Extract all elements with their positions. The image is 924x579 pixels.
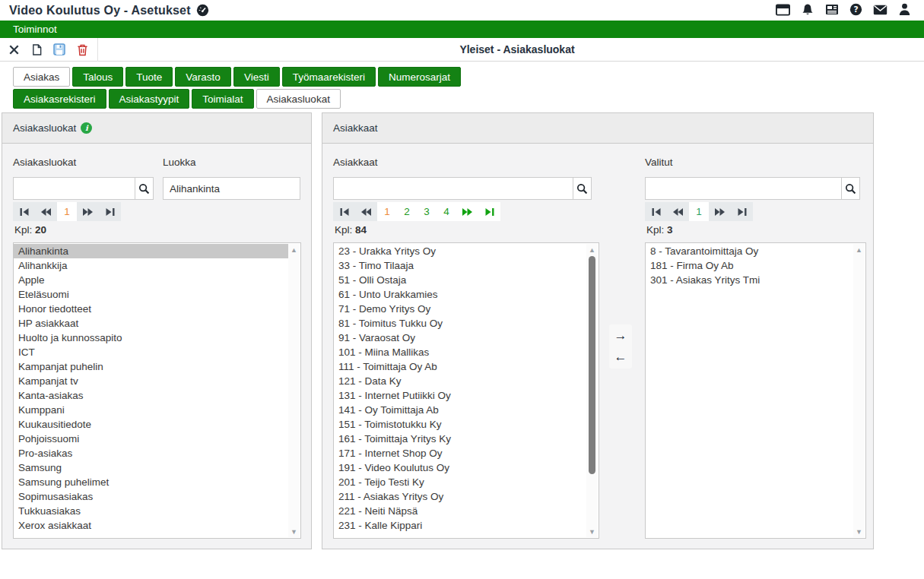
move-left-button[interactable]: ← <box>609 347 632 367</box>
first-page-icon[interactable] <box>13 202 35 221</box>
close-icon[interactable] <box>3 40 24 59</box>
list-item[interactable]: 181 - Firma Oy Ab <box>646 258 853 273</box>
list-item[interactable]: Kampanjat puhelin <box>14 359 288 374</box>
tab[interactable]: Numerosarjat <box>378 67 461 87</box>
move-right-button[interactable]: → <box>609 326 632 346</box>
list-item[interactable]: Apple <box>14 273 288 287</box>
scroll-up-icon[interactable]: ▲ <box>288 244 300 255</box>
list-item[interactable]: HP asiakkaat <box>14 316 288 331</box>
first-page-icon[interactable] <box>645 202 667 221</box>
list-item[interactable]: 23 - Urakka Yritys Oy <box>334 244 586 258</box>
tab[interactable]: Asiakastyypit <box>109 89 190 109</box>
first-page-icon[interactable] <box>333 202 355 221</box>
menu-toiminnot[interactable]: Toiminnot <box>13 24 57 35</box>
page-number[interactable]: 3 <box>417 202 437 221</box>
list-item[interactable]: Kuukausitiedote <box>14 417 288 432</box>
list-item[interactable]: 121 - Data Ky <box>334 374 586 388</box>
save-icon[interactable] <box>49 40 70 59</box>
delete-icon[interactable] <box>71 40 93 59</box>
help-icon[interactable]: ? <box>849 2 863 17</box>
tab[interactable]: Asiakas <box>13 67 70 87</box>
customers-search-input[interactable] <box>333 177 573 200</box>
list-item[interactable]: 33 - Timo Tilaaja <box>334 258 586 273</box>
prev-page-icon[interactable] <box>35 202 57 221</box>
scroll-down-icon[interactable]: ▼ <box>853 526 865 537</box>
list-item[interactable]: ICT <box>14 345 288 359</box>
list-item[interactable]: 71 - Demo Yritys Oy <box>334 302 586 316</box>
tab[interactable]: Varasto <box>175 67 231 87</box>
list-item[interactable]: Kampanjat tv <box>14 374 288 388</box>
info-icon[interactable]: i <box>81 122 92 134</box>
list-item[interactable]: 141 - Oy Toimittaja Ab <box>334 403 586 417</box>
newspaper-icon[interactable] <box>824 2 839 17</box>
list-item[interactable]: Samsung <box>14 460 288 475</box>
scroll-down-icon[interactable]: ▼ <box>586 526 598 537</box>
user-icon[interactable] <box>897 2 912 17</box>
tab[interactable]: Viesti <box>233 67 280 87</box>
list-item[interactable]: Tukkuasiakas <box>14 504 288 518</box>
list-item[interactable]: 8 - Tavarantoimittaja Oy <box>646 244 853 258</box>
prev-page-icon[interactable] <box>667 202 689 221</box>
last-page-icon[interactable] <box>478 202 500 221</box>
page-number[interactable]: 4 <box>437 202 456 221</box>
list-item[interactable]: 231 - Kalle Kippari <box>334 518 586 533</box>
list-item[interactable]: Honor tiedotteet <box>14 302 288 316</box>
scroll-thumb[interactable] <box>589 256 595 474</box>
list-item[interactable]: 81 - Toimitus Tukku Oy <box>334 316 586 331</box>
list-item[interactable]: 211 - Asiakas Yritys Oy <box>334 489 586 504</box>
list-item[interactable]: Eteläsuomi <box>14 287 288 302</box>
list-item[interactable]: Xerox asiakkaat <box>14 518 288 533</box>
list-item[interactable]: 131 - Internet Putiikki Oy <box>334 388 586 403</box>
list-item[interactable]: 61 - Unto Urakkamies <box>334 287 586 302</box>
luokka-input[interactable] <box>163 177 300 200</box>
tab[interactable]: Työmaarekisteri <box>282 67 376 87</box>
next-page-icon[interactable] <box>709 202 731 221</box>
search-icon[interactable] <box>842 177 860 200</box>
list-item[interactable]: Samsung puhelimet <box>14 475 288 489</box>
list-item[interactable]: Kanta-asiakas <box>14 388 288 403</box>
tab[interactable]: Asiakasluokat <box>256 89 341 109</box>
scroll-up-icon[interactable]: ▲ <box>586 244 598 255</box>
list-item[interactable]: 111 - Toimittaja Oy Ab <box>334 359 586 374</box>
browser-window-icon[interactable] <box>776 2 790 17</box>
scroll-down-icon[interactable]: ▼ <box>288 526 300 537</box>
tab[interactable]: Toimialat <box>192 89 253 109</box>
mail-icon[interactable] <box>873 2 887 17</box>
last-page-icon[interactable] <box>731 202 753 221</box>
list-item[interactable]: 151 - Toimistotukku Ky <box>334 417 586 432</box>
scrollbar[interactable]: ▲ ▼ <box>586 244 598 537</box>
list-item[interactable]: 221 - Neiti Näpsä <box>334 504 586 518</box>
selected-search-input[interactable] <box>645 177 842 200</box>
list-item[interactable]: Kumppani <box>14 403 288 417</box>
list-item[interactable]: 171 - Internet Shop Oy <box>334 446 586 460</box>
dashboard-icon[interactable] <box>196 4 209 17</box>
list-item[interactable]: Pro-asiakas <box>14 446 288 460</box>
list-item[interactable]: Alihankkija <box>14 258 288 273</box>
new-document-icon[interactable] <box>26 40 47 59</box>
list-item[interactable]: Pohjoissuomi <box>14 432 288 446</box>
list-item[interactable]: 161 - Toimittaja Yritys Ky <box>334 432 586 446</box>
list-item[interactable]: Alihankinta <box>14 244 288 258</box>
next-page-icon[interactable] <box>456 202 478 221</box>
scrollbar[interactable]: ▲ ▼ <box>853 244 865 537</box>
next-page-icon[interactable] <box>77 202 99 221</box>
class-search-input[interactable] <box>13 177 135 200</box>
tab[interactable]: Asiakasrekisteri <box>13 89 106 109</box>
list-item[interactable]: 91 - Varaosat Oy <box>334 331 586 345</box>
tab[interactable]: Tuote <box>125 67 173 87</box>
list-item[interactable]: 51 - Olli Ostaja <box>334 273 586 287</box>
search-icon[interactable] <box>135 177 154 200</box>
page-number[interactable]: 1 <box>689 202 709 221</box>
list-item[interactable]: 301 - Asiakas Yritys Tmi <box>646 273 853 287</box>
bell-icon[interactable] <box>800 2 814 17</box>
page-number[interactable]: 1 <box>57 202 77 221</box>
list-item[interactable]: 101 - Miina Mallikas <box>334 345 586 359</box>
tab[interactable]: Talous <box>72 67 123 87</box>
list-item[interactable]: Huolto ja kunnossapito <box>14 331 288 345</box>
search-icon[interactable] <box>573 177 592 200</box>
scrollbar[interactable]: ▲ ▼ <box>288 244 300 537</box>
list-item[interactable]: Sopimusasiakas <box>14 489 288 504</box>
list-item[interactable]: 191 - Video Koulutus Oy <box>334 460 586 475</box>
page-number[interactable]: 2 <box>397 202 417 221</box>
scroll-up-icon[interactable]: ▲ <box>853 244 865 255</box>
